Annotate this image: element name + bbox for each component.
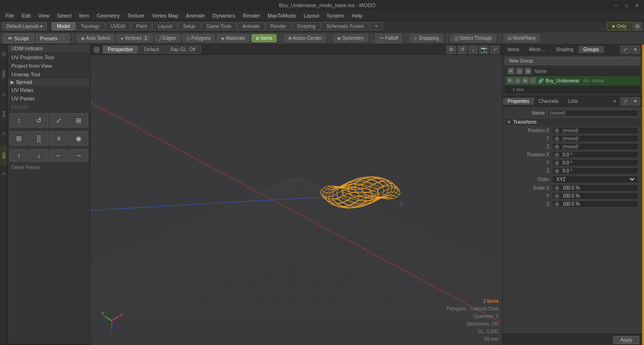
select-through-button[interactable]: ◫ Select Through <box>450 34 496 42</box>
right-expand-icon[interactable]: ⤢ <box>620 45 630 54</box>
tab-lists[interactable]: Lists <box>564 98 583 105</box>
menu-dynamics[interactable]: Dynamics <box>209 12 239 19</box>
workplane-button[interactable]: ⊡ WorkPlane <box>503 34 540 42</box>
tab-layout[interactable]: Layout <box>152 22 177 30</box>
menu-render[interactable]: Render <box>239 12 264 19</box>
tab-properties[interactable]: Properties <box>503 98 534 105</box>
only-toggle[interactable]: ★ Only <box>607 22 631 30</box>
rotate-tool-icon[interactable]: ↺ <box>29 113 48 127</box>
menu-texture[interactable]: Texture <box>124 12 148 19</box>
menu-geometry[interactable]: Geometry <box>93 12 123 19</box>
polygons-button[interactable]: ◻ Polygons <box>182 34 215 42</box>
settings-gear[interactable]: ⚙ <box>633 22 642 31</box>
viewport[interactable]: Perspective Default Ray GL: Off ⚙ ↺ ⌕ 📷 … <box>90 45 502 345</box>
right-arrow[interactable]: → <box>69 149 88 162</box>
move-tool-icon[interactable]: ↕ <box>9 113 28 127</box>
position-z-value[interactable]: (mixed) <box>552 143 638 150</box>
menu-view[interactable]: View <box>35 12 54 19</box>
materials-button[interactable]: ◈ Materials <box>217 34 250 42</box>
tab-default[interactable]: Default <box>139 45 164 54</box>
tab-schematic-fusion[interactable]: Schematic Fusion <box>321 22 369 30</box>
action-center-button[interactable]: ⊕ Action Center <box>284 34 326 42</box>
viewport-zoom-icon[interactable]: ⌕ <box>468 45 478 54</box>
position-x-value[interactable]: (mixed) <box>552 127 638 134</box>
tab-paint[interactable]: Paint <box>131 22 152 30</box>
minimize-button[interactable]: ─ <box>613 2 619 9</box>
sculpt-button[interactable]: ✏ Sculpt <box>3 34 34 43</box>
tab-items[interactable]: Items <box>503 46 524 53</box>
tab-animate[interactable]: Animate <box>237 22 265 30</box>
tab-topology[interactable]: Topology <box>76 22 105 30</box>
transform-tool-icon[interactable]: ⊞ <box>69 113 88 127</box>
dots-tool-icon[interactable]: ⣿ <box>29 131 48 145</box>
uv-projection-tool[interactable]: UV Projection Tool <box>8 53 90 62</box>
tab-mesh[interactable]: Mesh ... <box>524 46 551 53</box>
items-button[interactable]: ⊞ Items <box>251 34 277 42</box>
viewport-refresh-icon[interactable]: ↺ <box>457 45 467 54</box>
menu-help[interactable]: Help <box>348 12 367 19</box>
snapping-button[interactable]: ⊹ Snapping <box>409 34 443 42</box>
tab-scripting[interactable]: Scripting <box>292 22 321 30</box>
viewport-camera-icon[interactable]: 📷 <box>479 45 489 54</box>
uv-peeler[interactable]: UV Peeler <box>8 94 90 103</box>
menu-select[interactable]: Select <box>53 12 75 19</box>
symmetry-button[interactable]: ◈ Symmetry <box>333 34 368 42</box>
side-tab-f[interactable]: F... <box>0 166 7 185</box>
side-tab-3[interactable]: V... <box>0 86 7 105</box>
grid-tool-icon[interactable]: ⊞ <box>9 131 28 145</box>
tab-render[interactable]: Render <box>266 22 292 30</box>
item-row-boy-underwear[interactable]: 👁 ◎ ⊠ □ 🔗 Boy_Underwear (4) - Group <box>505 76 640 86</box>
transform-section-header[interactable]: ▼ Transform <box>505 118 640 126</box>
side-tab-5[interactable]: C... <box>0 126 7 145</box>
order-value[interactable]: XYZ XZY YXZ YZX ZXY ZYX <box>552 175 638 183</box>
menu-file[interactable]: File <box>2 12 18 19</box>
props-add-button[interactable]: + <box>610 98 619 105</box>
menu-layout[interactable]: Layout <box>300 12 323 19</box>
menu-maxtomodo[interactable]: MaxToModo <box>264 12 300 19</box>
presets-button[interactable]: Presets F6 <box>36 34 70 43</box>
tab-setup[interactable]: Setup <box>178 22 201 30</box>
lines-tool-icon[interactable]: ≡ <box>49 131 68 145</box>
side-tab-1[interactable]: Di... <box>0 46 7 65</box>
order-select[interactable]: XYZ XZY YXZ YZX ZXY ZYX <box>555 176 636 182</box>
tab-shading[interactable]: Shading <box>551 46 579 53</box>
side-tab-4[interactable]: Pol... <box>0 106 7 125</box>
uv-relax[interactable]: UV Relax <box>8 86 90 94</box>
udim-indicator[interactable]: UDIM Indicator <box>8 45 90 53</box>
down-arrow[interactable]: ↓ <box>29 149 48 162</box>
right-settings-icon[interactable]: ▾ <box>631 45 640 54</box>
rotation-y-value[interactable]: 0.0 ° <box>552 159 638 166</box>
tab-groups[interactable]: Groups <box>579 46 604 53</box>
scale-x-value[interactable]: 100.0 % <box>552 184 638 191</box>
new-group-button[interactable]: New Group <box>505 57 640 65</box>
spread-header[interactable]: ▶ Spread <box>8 79 90 86</box>
menu-system[interactable]: System <box>323 12 348 19</box>
maximize-button[interactable]: □ <box>623 2 630 9</box>
rotation-z-value[interactable]: 0.0 ° <box>552 167 638 174</box>
menu-item[interactable]: Item <box>75 12 93 19</box>
side-tab-2[interactable]: Mes... <box>0 66 7 85</box>
name-prop-value[interactable]: (mixed) <box>547 109 638 117</box>
viewport-settings-icon[interactable]: ⚙ <box>447 45 456 54</box>
viewport-expand-icon[interactable]: ⤢ <box>490 45 500 54</box>
scale-tool-icon[interactable]: ⤢ <box>49 113 68 127</box>
project-from-view[interactable]: Project from View <box>8 62 90 70</box>
tab-perspective[interactable]: Perspective <box>103 45 138 54</box>
fit-uvs[interactable]: Fit UVs <box>8 103 90 111</box>
viewport-canvas[interactable]: X Y Z 2 Items Polygons : Catmull-Clark C… <box>90 55 502 345</box>
tab-game-tools[interactable]: Game Tools <box>201 22 237 30</box>
layout-dropdown[interactable]: Default Layouts ▾ <box>2 22 47 30</box>
tab-model[interactable]: Model <box>52 22 75 30</box>
left-arrow[interactable]: ← <box>49 149 68 162</box>
extra-icon[interactable]: □ <box>529 77 536 84</box>
apply-button[interactable]: Apply <box>613 336 639 344</box>
side-tab-uv[interactable]: UV <box>0 146 7 165</box>
edges-button[interactable]: ╱ Edges <box>155 34 180 42</box>
up-arrow[interactable]: ↑ <box>9 149 28 162</box>
scale-y-value[interactable]: 100.0 % <box>552 192 638 200</box>
props-settings-icon[interactable]: ▾ <box>631 97 640 106</box>
tab-add[interactable]: + <box>370 22 383 30</box>
close-button[interactable]: ✕ <box>634 2 640 9</box>
menu-edit[interactable]: Edit <box>18 12 35 19</box>
tab-ray-gl[interactable]: Ray GL: Off <box>165 45 201 54</box>
